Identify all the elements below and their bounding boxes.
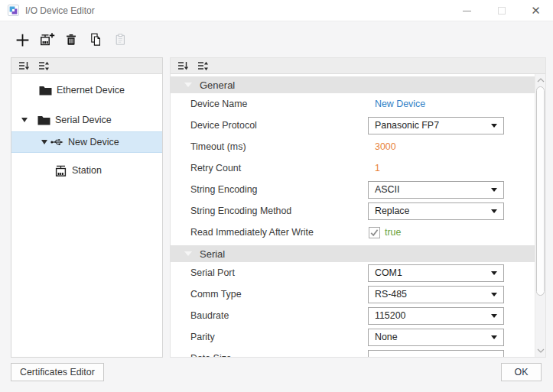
chevron-down-icon	[491, 209, 497, 213]
tree-item-label: Serial Device	[55, 115, 112, 125]
chevron-down-icon	[491, 314, 497, 318]
timeout-ms-field[interactable]: 3000	[375, 141, 396, 152]
parity-dropdown[interactable]: None	[368, 329, 504, 346]
property-grid: GeneralDevice NameNew DeviceDevice Proto…	[171, 74, 535, 357]
maximize-button[interactable]	[484, 0, 519, 21]
plus-icon	[15, 32, 31, 48]
comm-type-dropdown[interactable]: RS-485	[368, 286, 504, 303]
property-row-data-size: Data Size	[171, 348, 535, 357]
footer-bar: Certificates Editor OK	[0, 358, 553, 392]
dropdown-value: 115200	[375, 310, 405, 321]
close-button[interactable]: ✕	[519, 0, 553, 21]
toolbar	[0, 22, 553, 57]
section-header-serial[interactable]: Serial	[171, 245, 535, 262]
scroll-up-icon[interactable]	[535, 75, 546, 86]
expand-all-icon[interactable]	[38, 61, 49, 71]
certificates-editor-button[interactable]: Certificates Editor	[11, 363, 104, 381]
folder-icon	[39, 84, 53, 96]
property-row-parity: ParityNone	[171, 326, 535, 348]
baudrate-dropdown[interactable]: 115200	[368, 307, 504, 325]
ok-button[interactable]: OK	[501, 363, 542, 381]
titlebar: I/O Device Editor ✕	[0, 0, 553, 21]
tree-item-serial-device[interactable]: Serial Device	[11, 109, 162, 131]
chevron-down-icon	[491, 271, 497, 275]
property-label: Comm Type	[190, 289, 368, 300]
dropdown-value: ASCII	[375, 184, 399, 195]
minimize-button[interactable]	[450, 0, 484, 21]
add-station-button[interactable]	[38, 31, 55, 48]
property-row-device-name: Device NameNew Device	[171, 93, 535, 115]
property-label: Read Immediately After Write	[190, 227, 368, 238]
string-encoding-method-dropdown[interactable]: Replace	[368, 202, 504, 220]
property-label: Baudrate	[190, 310, 368, 321]
tree-panel-header	[11, 58, 162, 74]
section-expander-icon	[184, 251, 192, 256]
property-label: Timeout (ms)	[190, 141, 368, 152]
section-header-general[interactable]: General	[171, 76, 535, 93]
collapse-all-icon[interactable]	[18, 61, 29, 71]
add-device-button[interactable]	[14, 31, 31, 48]
tree-item-label: Station	[72, 165, 102, 176]
serial-port-dropdown[interactable]: COM1	[368, 264, 504, 282]
device-protocol-dropdown[interactable]: Panasonic FP7	[368, 117, 504, 134]
property-label: Retry Count	[190, 163, 368, 173]
device-name-field[interactable]: New Device	[375, 99, 425, 109]
section-title: General	[200, 79, 235, 91]
property-row-comm-type: Comm TypeRS-485	[171, 283, 535, 305]
paste-button[interactable]	[112, 31, 128, 48]
window-title: I/O Device Editor	[25, 5, 95, 16]
dropdown-value: None	[375, 332, 398, 342]
property-row-string-encoding: String EncodingASCII	[171, 179, 535, 200]
property-label: Data Size	[190, 353, 368, 357]
vertical-scrollbar[interactable]	[535, 74, 545, 357]
device-tree-panel: Ethernet DeviceSerial DeviceNew DeviceSt…	[11, 57, 163, 358]
property-label: Device Name	[190, 99, 368, 109]
tree-item-new-device[interactable]: New Device	[11, 131, 162, 153]
device-tree: Ethernet DeviceSerial DeviceNew DeviceSt…	[11, 74, 162, 181]
copy-icon	[89, 32, 103, 47]
maximize-icon	[498, 7, 506, 15]
tree-item-ethernet-device[interactable]: Ethernet Device	[11, 79, 162, 101]
trash-icon	[64, 32, 78, 47]
expander-down-icon[interactable]	[41, 140, 47, 144]
data-size-dropdown[interactable]	[368, 350, 504, 358]
chevron-down-icon	[491, 124, 497, 128]
read-immediately-after-write-checkbox[interactable]	[369, 227, 380, 238]
folder-icon	[37, 114, 51, 126]
chevron-down-icon	[491, 188, 497, 192]
paste-icon	[114, 32, 127, 47]
collapse-all-icon[interactable]	[177, 61, 188, 71]
io-device-editor-window: { "window": { "title": "I/O Device Edito…	[0, 0, 553, 392]
chevron-down-icon	[491, 293, 497, 296]
dropdown-value: Replace	[375, 206, 409, 216]
dropdown-value: RS-485	[375, 289, 407, 300]
property-panel-header	[171, 58, 545, 74]
usb-device-icon	[50, 136, 64, 148]
string-encoding-dropdown[interactable]: ASCII	[368, 181, 504, 199]
property-row-retry-count: Retry Count1	[171, 157, 535, 179]
copy-button[interactable]	[87, 31, 104, 48]
property-label: Parity	[190, 332, 368, 342]
tree-item-label: New Device	[68, 137, 119, 147]
dropdown-value: Panasonic FP7	[375, 120, 439, 131]
expander-down-icon[interactable]	[21, 118, 28, 122]
property-row-device-protocol: Device ProtocolPanasonic FP7	[171, 115, 535, 136]
property-label: Serial Port	[190, 267, 368, 278]
property-row-read-immediately-after-write: Read Immediately After Writetrue	[171, 222, 535, 243]
property-label: String Encoding	[190, 184, 368, 195]
retry-count-field[interactable]: 1	[375, 163, 380, 173]
tree-item-label: Ethernet Device	[57, 85, 125, 96]
property-row-string-encoding-method: String Encoding MethodReplace	[171, 200, 535, 222]
close-icon: ✕	[531, 5, 541, 17]
tree-item-station[interactable]: Station	[11, 160, 162, 181]
app-logo-icon	[8, 5, 19, 16]
scrollbar-thumb[interactable]	[536, 86, 545, 296]
scroll-down-icon[interactable]	[535, 345, 546, 356]
minimize-icon	[463, 11, 471, 11]
expand-all-icon[interactable]	[197, 61, 208, 71]
delete-button[interactable]	[63, 31, 80, 48]
checkbox-value: true	[385, 227, 401, 238]
property-label: Device Protocol	[190, 120, 368, 131]
property-row-timeout-ms: Timeout (ms)3000	[171, 136, 535, 157]
window-controls: ✕	[450, 0, 553, 21]
